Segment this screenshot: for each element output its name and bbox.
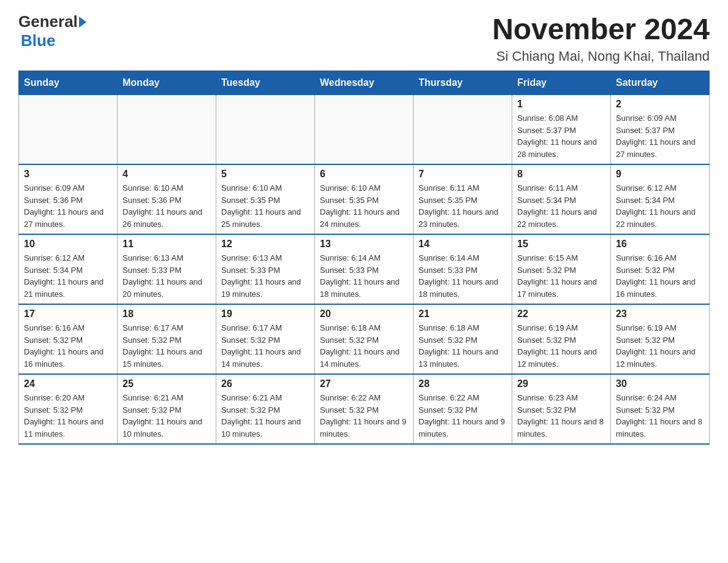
day-number: 7 <box>419 169 507 180</box>
day-number: 22 <box>517 308 605 320</box>
day-number: 6 <box>320 169 408 180</box>
day-info: Sunrise: 6:18 AM Sunset: 5:32 PM Dayligh… <box>320 322 408 370</box>
day-info: Sunrise: 6:17 AM Sunset: 5:32 PM Dayligh… <box>123 322 211 370</box>
day-number: 14 <box>419 239 507 250</box>
calendar-week-row: 24Sunrise: 6:20 AM Sunset: 5:32 PM Dayli… <box>19 374 710 444</box>
day-info: Sunrise: 6:19 AM Sunset: 5:32 PM Dayligh… <box>517 322 605 370</box>
calendar-week-row: 17Sunrise: 6:16 AM Sunset: 5:32 PM Dayli… <box>19 304 710 374</box>
page-header: General Blue November 2024 Si Chiang Mai… <box>18 12 710 64</box>
calendar-day-cell: 17Sunrise: 6:16 AM Sunset: 5:32 PM Dayli… <box>19 304 118 374</box>
day-info: Sunrise: 6:19 AM Sunset: 5:32 PM Dayligh… <box>616 322 704 370</box>
day-number: 2 <box>616 99 704 110</box>
calendar-day-cell: 26Sunrise: 6:21 AM Sunset: 5:32 PM Dayli… <box>216 374 315 444</box>
day-info: Sunrise: 6:11 AM Sunset: 5:35 PM Dayligh… <box>419 182 507 230</box>
day-number: 26 <box>221 378 309 389</box>
calendar-day-cell: 14Sunrise: 6:14 AM Sunset: 5:33 PM Dayli… <box>414 234 512 304</box>
calendar-day-cell: 19Sunrise: 6:17 AM Sunset: 5:32 PM Dayli… <box>216 304 315 374</box>
calendar-week-row: 10Sunrise: 6:12 AM Sunset: 5:34 PM Dayli… <box>19 234 710 304</box>
calendar-header-row: SundayMondayTuesdayWednesdayThursdayFrid… <box>19 71 710 95</box>
logo-general-text: General <box>18 12 78 31</box>
day-number: 10 <box>24 239 112 250</box>
calendar-day-cell: 23Sunrise: 6:19 AM Sunset: 5:32 PM Dayli… <box>611 304 710 374</box>
day-info: Sunrise: 6:13 AM Sunset: 5:33 PM Dayligh… <box>123 252 211 300</box>
day-info: Sunrise: 6:24 AM Sunset: 5:32 PM Dayligh… <box>616 392 704 440</box>
logo-blue-text: Blue <box>21 31 55 50</box>
day-info: Sunrise: 6:20 AM Sunset: 5:32 PM Dayligh… <box>24 392 112 440</box>
calendar-week-row: 1Sunrise: 6:08 AM Sunset: 5:37 PM Daylig… <box>19 95 710 165</box>
calendar-table: SundayMondayTuesdayWednesdayThursdayFrid… <box>18 71 710 445</box>
calendar-header: SundayMondayTuesdayWednesdayThursdayFrid… <box>19 71 710 95</box>
day-info: Sunrise: 6:22 AM Sunset: 5:32 PM Dayligh… <box>419 392 507 440</box>
day-info: Sunrise: 6:10 AM Sunset: 5:36 PM Dayligh… <box>123 182 211 230</box>
day-number: 24 <box>24 378 112 389</box>
day-info: Sunrise: 6:18 AM Sunset: 5:32 PM Dayligh… <box>419 322 507 370</box>
calendar-day-cell: 30Sunrise: 6:24 AM Sunset: 5:32 PM Dayli… <box>611 374 710 444</box>
calendar-day-cell <box>118 95 216 165</box>
day-number: 20 <box>320 308 408 320</box>
calendar-day-cell: 29Sunrise: 6:23 AM Sunset: 5:32 PM Dayli… <box>512 374 611 444</box>
calendar-day-cell: 5Sunrise: 6:10 AM Sunset: 5:35 PM Daylig… <box>216 164 315 234</box>
day-number: 27 <box>320 378 408 389</box>
day-number: 3 <box>24 169 112 180</box>
calendar-day-cell: 11Sunrise: 6:13 AM Sunset: 5:33 PM Dayli… <box>118 234 216 304</box>
calendar-day-cell: 15Sunrise: 6:15 AM Sunset: 5:32 PM Dayli… <box>512 234 611 304</box>
day-number: 13 <box>320 239 408 250</box>
calendar-day-cell: 25Sunrise: 6:21 AM Sunset: 5:32 PM Dayli… <box>118 374 216 444</box>
day-info: Sunrise: 6:10 AM Sunset: 5:35 PM Dayligh… <box>320 182 408 230</box>
calendar-day-cell <box>414 95 512 165</box>
calendar-day-cell: 3Sunrise: 6:09 AM Sunset: 5:36 PM Daylig… <box>19 164 118 234</box>
day-number: 19 <box>221 308 309 320</box>
calendar-header-cell: Friday <box>512 71 611 95</box>
calendar-body: 1Sunrise: 6:08 AM Sunset: 5:37 PM Daylig… <box>19 95 710 445</box>
calendar-day-cell <box>19 95 118 165</box>
calendar-header-cell: Thursday <box>414 71 512 95</box>
day-number: 12 <box>221 239 309 250</box>
calendar-header-cell: Monday <box>118 71 216 95</box>
day-info: Sunrise: 6:09 AM Sunset: 5:36 PM Dayligh… <box>24 182 112 230</box>
calendar-header-cell: Tuesday <box>216 71 315 95</box>
calendar-day-cell: 20Sunrise: 6:18 AM Sunset: 5:32 PM Dayli… <box>315 304 414 374</box>
day-number: 30 <box>616 378 704 389</box>
day-number: 18 <box>123 308 211 320</box>
calendar-day-cell: 7Sunrise: 6:11 AM Sunset: 5:35 PM Daylig… <box>414 164 512 234</box>
day-number: 29 <box>517 378 605 389</box>
title-block: November 2024 Si Chiang Mai, Nong Khai, … <box>492 12 710 64</box>
day-info: Sunrise: 6:16 AM Sunset: 5:32 PM Dayligh… <box>24 322 112 370</box>
day-number: 21 <box>419 308 507 320</box>
calendar-day-cell: 10Sunrise: 6:12 AM Sunset: 5:34 PM Dayli… <box>19 234 118 304</box>
calendar-day-cell: 9Sunrise: 6:12 AM Sunset: 5:34 PM Daylig… <box>611 164 710 234</box>
subtitle: Si Chiang Mai, Nong Khai, Thailand <box>492 48 710 64</box>
logo-arrow-icon <box>79 17 86 28</box>
day-number: 28 <box>419 378 507 389</box>
calendar-day-cell: 27Sunrise: 6:22 AM Sunset: 5:32 PM Dayli… <box>315 374 414 444</box>
calendar-header-cell: Saturday <box>611 71 710 95</box>
calendar-day-cell: 18Sunrise: 6:17 AM Sunset: 5:32 PM Dayli… <box>118 304 216 374</box>
calendar-day-cell <box>315 95 414 165</box>
calendar-week-row: 3Sunrise: 6:09 AM Sunset: 5:36 PM Daylig… <box>19 164 710 234</box>
day-number: 1 <box>517 99 605 110</box>
day-number: 16 <box>616 239 704 250</box>
day-info: Sunrise: 6:14 AM Sunset: 5:33 PM Dayligh… <box>419 252 507 300</box>
calendar-day-cell: 1Sunrise: 6:08 AM Sunset: 5:37 PM Daylig… <box>512 95 611 165</box>
calendar-day-cell: 8Sunrise: 6:11 AM Sunset: 5:34 PM Daylig… <box>512 164 611 234</box>
day-number: 4 <box>123 169 211 180</box>
calendar-day-cell: 22Sunrise: 6:19 AM Sunset: 5:32 PM Dayli… <box>512 304 611 374</box>
calendar-day-cell: 12Sunrise: 6:13 AM Sunset: 5:33 PM Dayli… <box>216 234 315 304</box>
day-number: 23 <box>616 308 704 320</box>
calendar-header-cell: Sunday <box>19 71 118 95</box>
day-number: 9 <box>616 169 704 180</box>
day-info: Sunrise: 6:13 AM Sunset: 5:33 PM Dayligh… <box>221 252 309 300</box>
day-info: Sunrise: 6:21 AM Sunset: 5:32 PM Dayligh… <box>123 392 211 440</box>
day-number: 25 <box>123 378 211 389</box>
day-info: Sunrise: 6:12 AM Sunset: 5:34 PM Dayligh… <box>24 252 112 300</box>
day-number: 8 <box>517 169 605 180</box>
logo: General Blue <box>18 12 86 50</box>
day-number: 17 <box>24 308 112 320</box>
calendar-day-cell: 6Sunrise: 6:10 AM Sunset: 5:35 PM Daylig… <box>315 164 414 234</box>
day-info: Sunrise: 6:23 AM Sunset: 5:32 PM Dayligh… <box>517 392 605 440</box>
day-info: Sunrise: 6:10 AM Sunset: 5:35 PM Dayligh… <box>221 182 309 230</box>
day-info: Sunrise: 6:14 AM Sunset: 5:33 PM Dayligh… <box>320 252 408 300</box>
main-title: November 2024 <box>492 12 710 46</box>
calendar-day-cell: 13Sunrise: 6:14 AM Sunset: 5:33 PM Dayli… <box>315 234 414 304</box>
calendar-day-cell: 28Sunrise: 6:22 AM Sunset: 5:32 PM Dayli… <box>414 374 512 444</box>
